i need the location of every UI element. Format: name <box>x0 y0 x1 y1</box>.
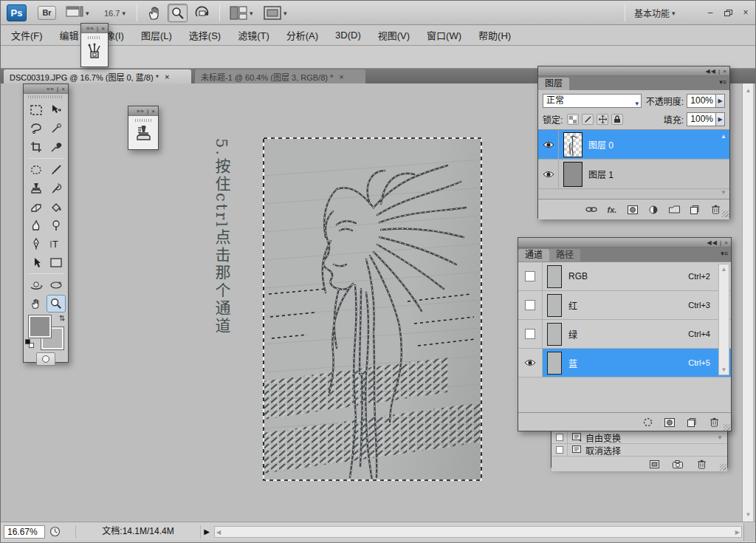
layer-name[interactable]: 图层 0 <box>588 138 614 151</box>
layer-thumbnail[interactable] <box>563 132 583 157</box>
scroll-up-icon[interactable]: ▲ <box>743 87 754 94</box>
channels-panel-header[interactable]: ◀◀ | × <box>518 238 731 247</box>
move-tool[interactable] <box>47 101 66 119</box>
hand-tool-button[interactable] <box>147 5 163 21</box>
history-source-checkbox[interactable] <box>551 431 568 443</box>
3d-rotate-tool[interactable] <box>27 276 46 294</box>
photo-with-selection[interactable] <box>263 137 482 481</box>
new-group-button[interactable] <box>667 204 681 215</box>
menu-layer[interactable]: 图层(L) <box>141 28 172 42</box>
menu-edit[interactable]: 编辑 <box>60 28 79 42</box>
document-size-info[interactable]: 文档:14.1M/14.4M <box>75 525 201 539</box>
delete-layer-button[interactable] <box>709 204 722 215</box>
visibility-toggle[interactable] <box>538 160 559 188</box>
zoom-tool-selected[interactable] <box>47 295 66 313</box>
dodge-tool[interactable] <box>47 216 66 234</box>
quick-selection-tool[interactable] <box>47 120 66 137</box>
layers-panel-header[interactable]: ◀◀ | × <box>538 66 729 76</box>
eyedropper-tool[interactable] <box>47 138 66 156</box>
bridge-button[interactable]: Br <box>38 6 56 20</box>
fill-spinner-icon[interactable]: ▶ <box>716 112 725 126</box>
collapse-close-icons[interactable]: »» | × <box>47 84 66 94</box>
collapse-close-icons[interactable]: ◀◀ | × <box>706 66 728 76</box>
lasso-tool[interactable] <box>27 120 46 137</box>
menu-window[interactable]: 窗口(W) <box>427 28 461 42</box>
swap-colors-icon[interactable]: ⇄ <box>58 315 66 321</box>
brush-tool[interactable] <box>47 161 66 179</box>
scroll-down-icon[interactable]: ▼ <box>717 434 723 441</box>
zoom-tool-button[interactable] <box>168 4 188 22</box>
shape-tool[interactable] <box>47 253 66 271</box>
collapse-close-icons[interactable]: »» | × <box>137 106 156 116</box>
mini-panel-header[interactable]: »» | × <box>81 24 108 33</box>
lock-transparency-icon[interactable] <box>567 114 579 125</box>
zoom-level-value[interactable]: 16.7 <box>104 9 120 18</box>
new-layer-button[interactable] <box>688 204 701 215</box>
layer-row-0[interactable]: 图层 0 ▲ <box>538 130 729 160</box>
workspace-switcher[interactable]: 基本功能 ▾ <box>634 5 676 21</box>
vertical-scrollbar[interactable]: ▲ ▼ <box>742 83 753 522</box>
mini-panel-header[interactable]: »» | × <box>128 106 158 116</box>
channel-row-green[interactable]: 绿 Ctrl+4 <box>518 320 731 349</box>
zoom-level-control[interactable]: 16.7 ▾ <box>104 5 126 21</box>
scroll-left-icon[interactable]: ◀ <box>216 529 221 536</box>
ps-logo[interactable]: Ps <box>7 4 27 21</box>
minimize-button[interactable]: – <box>704 7 717 18</box>
menu-select[interactable]: 选择(S) <box>189 28 221 42</box>
opacity-spinner-icon[interactable]: ▶ <box>716 94 725 108</box>
channel-visibility-checkbox[interactable] <box>518 262 543 290</box>
link-layers-button[interactable] <box>585 204 598 215</box>
document-tab-active[interactable]: DSC00319.JPG @ 16.7% (图层 0, 蓝/8) * × <box>4 69 191 83</box>
visibility-toggle[interactable] <box>538 130 559 159</box>
healing-brush-tool[interactable] <box>27 161 46 179</box>
clone-stamp-tool[interactable] <box>27 180 46 197</box>
drag-grip[interactable] <box>28 95 63 98</box>
menu-filter[interactable]: 滤镜(T) <box>238 28 269 42</box>
panel-menu-icon[interactable]: ▾≡ <box>721 250 728 257</box>
document-tab-inactive[interactable]: 未标题-1 @ 60.4% (图层 3, RGB/8) * × <box>194 69 365 83</box>
gradient-tool[interactable] <box>47 198 66 216</box>
eraser-tool[interactable] <box>27 198 46 216</box>
tab-layers[interactable]: 图层 <box>538 78 569 90</box>
brush-cup-tool-button[interactable] <box>83 41 106 64</box>
path-selection-tool[interactable] <box>27 253 46 271</box>
channel-row-rgb[interactable]: RGB Ctrl+2 <box>518 262 731 291</box>
layer-style-button[interactable]: fx. <box>605 204 619 215</box>
quick-mask-button[interactable] <box>36 352 55 366</box>
panel-menu-icon[interactable]: ▾≡ <box>719 78 726 86</box>
default-colors-icon[interactable] <box>25 339 34 348</box>
fill-field[interactable]: 100% <box>687 112 716 126</box>
drag-grip[interactable] <box>88 36 101 39</box>
close-icon[interactable]: × <box>165 72 169 81</box>
scroll-right-icon[interactable]: ▶ <box>735 529 740 536</box>
channels-scrollbar[interactable]: ▲ ▼ <box>718 264 729 375</box>
restore-button[interactable] <box>721 7 735 18</box>
menu-view[interactable]: 视图(V) <box>378 28 410 42</box>
delete-state-button[interactable] <box>695 459 708 470</box>
load-selection-button[interactable] <box>641 417 654 428</box>
adjustment-layer-button[interactable] <box>647 204 660 215</box>
scroll-down-icon[interactable]: ▼ <box>719 366 729 373</box>
blend-mode-select[interactable]: 正常▾ <box>543 94 642 108</box>
rotate-view-button[interactable] <box>194 5 210 21</box>
type-tool[interactable]: T <box>47 235 66 253</box>
layer-name[interactable]: 图层 1 <box>588 168 614 180</box>
status-popup-button[interactable]: ▶ <box>201 525 213 539</box>
collapse-close-icons[interactable]: ◀◀ | × <box>707 238 729 247</box>
foreground-color-swatch[interactable] <box>29 315 51 338</box>
resize-grip[interactable] <box>724 424 730 431</box>
save-selection-button[interactable] <box>663 417 676 428</box>
channel-visibility-checkbox[interactable] <box>518 291 543 319</box>
resize-corner[interactable] <box>743 523 756 541</box>
toolbox-header[interactable]: »» | × <box>24 84 68 94</box>
arrange-documents-button[interactable]: ▾ <box>230 5 253 21</box>
smudge-tool[interactable] <box>27 216 46 234</box>
history-brush-tool[interactable] <box>47 180 66 197</box>
opacity-field[interactable]: 100% <box>687 94 716 108</box>
collapse-close-icons[interactable]: »» | × <box>86 24 106 33</box>
new-channel-button[interactable] <box>685 417 698 428</box>
history-source-checkbox[interactable] <box>551 444 568 456</box>
close-button[interactable]: × <box>739 7 752 18</box>
tab-paths[interactable]: 路径 <box>549 249 580 262</box>
channel-visibility-checkbox[interactable] <box>518 320 543 348</box>
